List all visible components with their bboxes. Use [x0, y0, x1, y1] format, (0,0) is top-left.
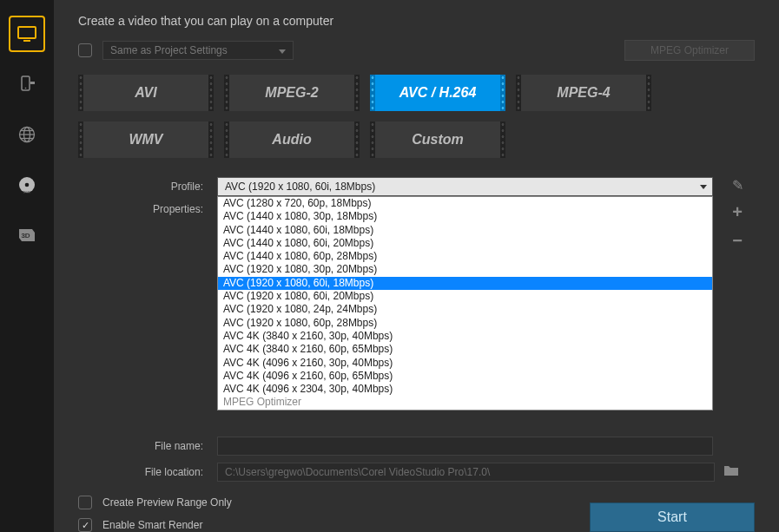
same-as-project-checkbox[interactable]: [78, 43, 92, 57]
sidebar-computer[interactable]: [9, 16, 45, 52]
output-category-sidebar: DVD 3D: [0, 0, 54, 532]
sidebar-3d[interactable]: 3D: [9, 217, 45, 253]
profile-option[interactable]: AVC (1920 x 1080, 30p, 20Mbps): [218, 263, 712, 276]
profile-option[interactable]: AVC 4K (4096 x 2304, 30p, 40Mbps): [218, 383, 712, 396]
svg-point-11: [25, 183, 30, 187]
chevron-down-icon: [700, 185, 707, 189]
profile-label: Profile:: [78, 181, 217, 193]
start-button[interactable]: Start: [590, 502, 755, 532]
project-settings-label: Same as Project Settings: [110, 44, 228, 56]
add-profile-icon[interactable]: +: [729, 202, 746, 222]
format-avc-h-264[interactable]: AVC / H.264: [370, 75, 505, 111]
fields-area: Profile: AVC (1920 x 1080, 60i, 18Mbps) …: [78, 177, 755, 489]
smart-render-checkbox[interactable]: [78, 518, 92, 532]
main-panel: Create a video that you can play on a co…: [54, 0, 779, 532]
profile-option[interactable]: AVC 4K (3840 x 2160, 60p, 65Mbps): [218, 343, 712, 356]
svg-point-3: [25, 88, 27, 89]
profile-option[interactable]: AVC (1920 x 1080, 60p, 28Mbps): [218, 317, 712, 330]
format-wmv[interactable]: WMV: [78, 122, 214, 158]
svg-rect-1: [23, 40, 30, 42]
svg-rect-0: [18, 27, 36, 38]
project-settings-dropdown[interactable]: Same as Project Settings: [102, 41, 294, 60]
format-mpeg-2[interactable]: MPEG-2: [224, 75, 360, 111]
mpeg-optimizer-button[interactable]: MPEG Optimizer: [624, 40, 755, 61]
profile-selected-value: AVC (1920 x 1080, 60i, 18Mbps): [225, 181, 375, 193]
file-name-label: File name:: [78, 440, 217, 452]
profile-option[interactable]: AVC 4K (3840 x 2160, 30p, 40Mbps): [218, 330, 712, 343]
remove-profile-icon[interactable]: −: [729, 231, 746, 251]
format-avi[interactable]: AVI: [78, 75, 214, 111]
page-heading: Create a video that you can play on a co…: [78, 14, 755, 28]
project-settings-row: Same as Project Settings MPEG Optimizer: [78, 40, 755, 61]
properties-label: Properties:: [78, 203, 217, 215]
create-preview-label: Create Preview Range Only: [102, 496, 232, 509]
bottom-bar: Create Preview Range Only Enable Smart R…: [78, 489, 755, 532]
file-location-label: File location:: [78, 466, 217, 478]
profile-option[interactable]: AVC (1920 x 1080, 24p, 24Mbps): [218, 303, 712, 316]
sidebar-disc[interactable]: DVD: [9, 167, 45, 203]
format-audio[interactable]: Audio: [224, 122, 360, 158]
svg-rect-4: [30, 82, 35, 84]
profile-dropdown[interactable]: AVC (1920 x 1080, 60i, 18Mbps): [217, 177, 713, 196]
profile-option[interactable]: AVC (1280 x 720, 60p, 18Mbps): [218, 197, 712, 210]
profile-dropdown-list[interactable]: AVC (1280 x 720, 60p, 18Mbps)AVC (1440 x…: [217, 196, 713, 410]
file-name-input[interactable]: [217, 437, 713, 456]
profile-option[interactable]: AVC 4K (4096 x 2160, 60p, 65Mbps): [218, 370, 712, 383]
format-grid: AVIMPEG-2AVC / H.264MPEG-4WMVAudioCustom: [78, 75, 755, 158]
format-mpeg-4[interactable]: MPEG-4: [516, 75, 651, 111]
profile-option[interactable]: AVC (1920 x 1080, 60i, 18Mbps): [218, 277, 712, 290]
svg-text:3D: 3D: [21, 232, 30, 240]
profile-option[interactable]: AVC (1440 x 1080, 60i, 20Mbps): [218, 237, 712, 250]
browse-folder-icon[interactable]: [723, 464, 739, 480]
profile-option[interactable]: MPEG Optimizer: [218, 396, 712, 409]
format-custom[interactable]: Custom: [370, 122, 505, 158]
edit-profile-icon[interactable]: ✎: [729, 177, 746, 194]
profile-option[interactable]: AVC (1440 x 1080, 60p, 28Mbps): [218, 250, 712, 263]
create-preview-checkbox[interactable]: [78, 496, 92, 509]
svg-text:DVD: DVD: [23, 190, 31, 194]
sidebar-device[interactable]: [9, 66, 45, 102]
smart-render-label: Enable Smart Render: [102, 519, 202, 531]
profile-option[interactable]: AVC (1440 x 1080, 30p, 18Mbps): [218, 210, 712, 223]
file-location-input[interactable]: C:\Users\gregwo\Documents\Corel VideoStu…: [217, 463, 715, 482]
profile-option[interactable]: AVC 4K (4096 x 2160, 30p, 40Mbps): [218, 357, 712, 370]
profile-option[interactable]: AVC (1440 x 1080, 60i, 18Mbps): [218, 224, 712, 237]
sidebar-web[interactable]: [9, 116, 45, 153]
profile-option[interactable]: AVC (1920 x 1080, 60i, 20Mbps): [218, 290, 712, 303]
